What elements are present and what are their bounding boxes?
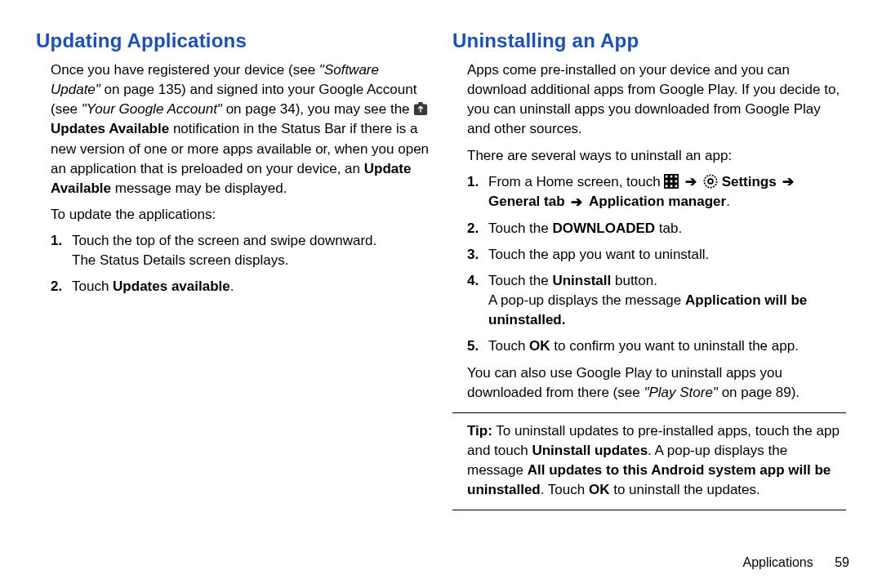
step-number: 1. <box>51 231 62 251</box>
list-item: 4. Touch the Uninstall button. A pop-up … <box>488 271 846 330</box>
page-number: 59 <box>835 555 849 569</box>
section-name: Applications <box>742 555 813 569</box>
svg-rect-6 <box>666 180 668 182</box>
text: A pop-up displays the message <box>488 292 685 308</box>
left-column: Updating Applications Once you have regi… <box>24 29 441 580</box>
right-column: Uninstalling an App Apps come pre-instal… <box>441 29 858 580</box>
uninstall-updates-label: Uninstall updates <box>532 443 648 458</box>
settings-gear-icon <box>703 174 718 189</box>
list-item: 5. Touch OK to confirm you want to unins… <box>488 336 846 356</box>
horizontal-rule <box>452 412 846 413</box>
paragraph: There are several ways to uninstall an a… <box>467 146 846 166</box>
steps-list-right: 1. From a Home screen, touch ➔ Settings … <box>452 172 846 357</box>
list-item: 3. Touch the app you want to uninstall. <box>488 245 846 265</box>
general-tab-label: General tab <box>488 194 565 209</box>
svg-rect-1 <box>419 102 423 105</box>
list-item: 1. Touch the top of the screen and swipe… <box>72 231 430 270</box>
text: on page 89). <box>718 385 800 400</box>
downloaded-tab-label: DOWNLOADED <box>552 220 655 236</box>
svg-rect-7 <box>670 180 673 182</box>
arrow-icon: ➔ <box>571 193 582 212</box>
text: message may be displayed. <box>111 180 287 196</box>
step-number: 2. <box>51 277 62 296</box>
tip-label: Tip: <box>467 423 492 439</box>
list-item: 2. Touch the DOWNLOADED tab. <box>488 219 846 238</box>
svg-rect-8 <box>675 180 678 182</box>
step-number: 4. <box>467 271 479 291</box>
updates-available-label: Updates Available <box>51 121 169 136</box>
settings-label: Settings <box>722 174 777 189</box>
text: on page 34), you may see the <box>222 101 413 117</box>
step-number: 1. <box>467 172 479 192</box>
uninstall-button-label: Uninstall <box>552 273 611 288</box>
updates-available-action: Updates available <box>113 278 230 294</box>
text: to uninstall the updates. <box>609 482 760 497</box>
heading-updating-applications: Updating Applications <box>36 29 430 52</box>
svg-rect-5 <box>675 175 678 177</box>
paragraph: You can also use Google Play to uninstal… <box>467 363 846 403</box>
ref-google-account: "Your Google Account" <box>82 101 222 117</box>
text: From a Home screen, touch <box>488 174 664 189</box>
arrow-icon: ➔ <box>685 172 697 192</box>
text: . <box>230 278 234 294</box>
svg-rect-4 <box>670 175 673 177</box>
text: Touch the <box>488 273 552 288</box>
step-number: 5. <box>467 336 479 356</box>
text: . Touch <box>541 482 589 497</box>
page-footer: Applications 59 <box>742 555 849 570</box>
list-item: 2. Touch Updates available. <box>72 277 430 296</box>
text: Touch the top of the screen and swipe do… <box>72 233 376 248</box>
ok-label: OK <box>529 338 550 354</box>
text: Touch the <box>488 220 552 236</box>
text: Touch the app you want to uninstall. <box>488 247 709 262</box>
text: tab. <box>655 220 682 236</box>
text: Touch <box>72 278 113 294</box>
apps-grid-icon <box>664 174 679 189</box>
svg-rect-11 <box>675 185 678 187</box>
paragraph: Apps come pre-installed on your device a… <box>467 60 846 140</box>
svg-point-12 <box>704 175 716 187</box>
list-item: 1. From a Home screen, touch ➔ Settings … <box>488 172 846 212</box>
intro-paragraph: Once you have registered your device (se… <box>51 60 430 198</box>
text: button. <box>611 273 657 288</box>
tip-paragraph: Tip: To uninstall updates to pre-install… <box>452 421 846 501</box>
text: to confirm you want to uninstall the app… <box>550 338 799 354</box>
text: . <box>726 194 730 209</box>
steps-list-left: 1. Touch the top of the screen and swipe… <box>36 231 430 296</box>
text: Touch <box>488 338 529 354</box>
step-number: 2. <box>467 219 479 238</box>
ok-label: OK <box>589 482 610 497</box>
horizontal-rule <box>452 510 846 510</box>
to-update-label: To update the applications: <box>51 205 430 225</box>
application-manager-label: Application manager <box>589 194 726 209</box>
svg-point-13 <box>708 179 713 184</box>
step-number: 3. <box>467 245 479 265</box>
heading-uninstalling-an-app: Uninstalling an App <box>452 29 846 52</box>
manual-page: Updating Applications Once you have regi… <box>0 0 882 588</box>
text: The Status Details screen displays. <box>72 252 289 268</box>
arrow-icon: ➔ <box>782 172 794 192</box>
text: Once you have registered your device (se… <box>51 62 319 78</box>
svg-rect-10 <box>670 185 673 187</box>
ref-play-store: "Play Store" <box>644 385 718 400</box>
svg-rect-9 <box>666 185 668 187</box>
updates-available-icon <box>413 101 428 116</box>
svg-rect-3 <box>666 175 668 177</box>
